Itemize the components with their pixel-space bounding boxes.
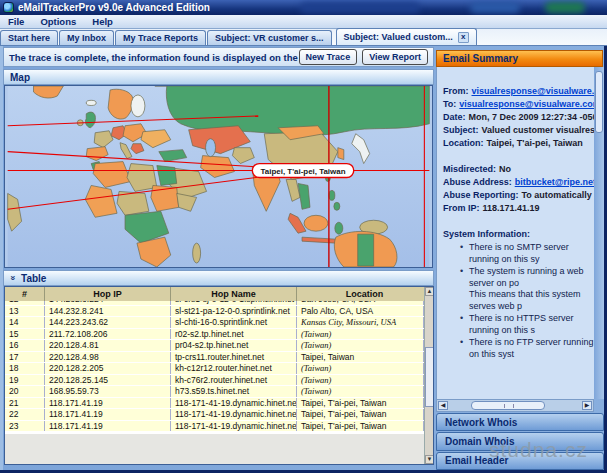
table-row[interactable]: 19 220.128.25.145 kh-c76r2.router.hinet.… [5,375,424,387]
email-field: Abuse Address:bitbucket@ripe.net [443,176,594,189]
field-value: visualresponse@visualware.com [459,99,594,109]
map-panel-header[interactable]: Map [3,69,434,85]
table-column-headers: #Hop IPHop NameLocation [5,287,433,302]
table-row[interactable]: 14 144.223.243.62 sl-chti-16-0.sprintlin… [5,317,424,329]
system-info-bullet: There is no FTP server running on this s… [443,337,594,360]
trace-status-bar: The trace is complete, the information f… [3,47,434,67]
table-scrollbar-thumb[interactable] [425,347,434,407]
cell-hop-name: tp-crs11.router.hinet.net [171,352,297,363]
tab-bar: Start here My Inbox My Trace Reports Sub… [0,29,607,46]
column-header[interactable]: Hop IP [45,287,171,301]
table-row[interactable]: 16 220.128.4.81 pr04-s2.tp.hinet.net (Ta… [5,340,424,352]
field-label: From: [443,86,469,96]
tab-close-icon[interactable]: x [458,32,469,43]
cell-hop-name: pr04-s2.tp.hinet.net [171,340,297,351]
tab[interactable]: Subject: Valued custom... x [336,28,477,45]
cell-hop-ip: 118.171.41.19 [45,409,171,420]
collapse-icon[interactable]: » [8,275,18,280]
scroll-down-icon[interactable]: ▼ [425,455,434,464]
cell-hop-number: 23 [5,421,45,432]
tab-label: My Inbox [67,33,106,43]
field-label: Abuse Reporting: [443,190,519,200]
cell-location: (Taiwan) [297,363,424,374]
field-label: To: [443,99,456,109]
system-info-bullet: The system is running a web server on po… [443,266,594,312]
cell-hop-ip: 220.128.4.98 [45,352,171,363]
scroll-left-icon[interactable]: ◀ [438,401,448,410]
tab-label: Subject: Valued custom... [344,32,453,42]
table-row[interactable]: 18 220.128.2.205 kh-c12r12.router.hinet.… [5,363,424,375]
background-window-blur [300,2,420,13]
cell-location: Taipei, T'ai-pei, Taiwan [297,421,424,432]
table-row[interactable]: 23 118.171.41.19 118-171-41-19.dynamic.h… [5,421,424,433]
tab-label: Start here [8,33,50,43]
table-vertical-scrollbar[interactable]: ▲ ▼ [424,287,433,464]
field-label: Abuse Address: [443,177,512,187]
column-header[interactable]: Hop Name [171,287,297,301]
tab[interactable]: Start here [0,30,58,45]
cell-location: Kansas City, Missouri, USA [297,317,424,328]
email-field: Date:Mon, 7 Dec 2009 12:27:34 -0500 [443,111,594,124]
table-row[interactable]: 13 144.232.8.241 sl-st21-pa-12-0-0.sprin… [5,306,424,318]
email-summary-horizontal-scrollbar[interactable]: ◀ ▶ [436,399,594,412]
table-row[interactable]: 20 168.95.59.73 h73.s59.ts.hinet.net (Ta… [5,386,424,398]
hop-table: #Hop IPHop NameLocation 12 144.232.3.224… [4,286,434,465]
cell-hop-number: 21 [5,398,45,409]
field-label: Misdirected: [443,164,496,174]
system-info-bullet: There is no SMTP server running on this … [443,242,594,265]
tab-label: Subject: VR customer s... [215,33,324,43]
email-field: Abuse Reporting:To automatically generat… [443,189,594,202]
system-information-title: System Information: [443,228,594,241]
world-map[interactable]: Taipei, T'ai-pei, Taiwan [4,85,433,268]
email-field: To:visualresponse@visualware.com [443,98,594,111]
menu-item[interactable]: Help [84,15,121,28]
column-header[interactable]: # [5,287,45,301]
cell-hop-ip: 144.223.243.62 [45,317,171,328]
table-row[interactable]: 21 118.171.41.19 118-171-41-19.dynamic.h… [5,398,424,410]
email-summary-body: From:visualresponse@visualware.com To:vi… [436,67,594,399]
cell-location: Taipei, T'ai-pei, Taiwan [297,398,424,409]
cell-hop-name: kh-c12r12.router.hinet.net [171,363,297,374]
menu-item[interactable]: File [0,15,32,28]
new-trace-button[interactable]: New Trace [299,49,358,65]
cell-hop-number: 13 [5,306,45,317]
window-left-edge [0,46,3,470]
table-row[interactable]: 17 220.128.4.98 tp-crs11.router.hinet.ne… [5,352,424,364]
field-label: From IP: [443,203,480,213]
tab[interactable]: Subject: VR customer s... [207,30,332,45]
table-row[interactable]: 22 118.171.41.19 118-171-41-19.dynamic.h… [5,409,424,421]
cell-hop-name: kh-c76r2.router.hinet.net [171,375,297,386]
map-panel-title: Map [10,72,30,83]
horizontal-scrollbar-thumb[interactable] [471,401,545,410]
column-header[interactable]: Location [297,287,433,301]
menu-bar: File Options Help [0,15,607,29]
email-summary-header[interactable]: Email Summary [436,50,603,67]
cell-location: Taipei, T'ai-pei, Taiwan [297,409,424,420]
email-fields-mid: Misdirected:No Abuse Address:bitbucket@r… [443,163,594,215]
tab[interactable]: My Trace Reports [115,30,206,45]
tab[interactable]: My Inbox [59,30,114,45]
cell-hop-number: 20 [5,386,45,397]
cell-hop-ip: 144.232.3.224 [45,301,171,305]
cell-hop-name: sl-st21-pa-12-0-0.sprintlink.net [171,306,297,317]
table-rows: 12 144.232.3.224 sl-crs1-sj-0-12-0-1.spr… [5,301,424,432]
field-value: To automatically generate an e [522,190,595,200]
scroll-right-icon[interactable]: ▶ [582,401,592,410]
scroll-up-icon[interactable]: ▲ [425,287,434,296]
view-report-button[interactable]: View Report [362,49,428,65]
email-summary-scrollbar-thumb[interactable] [595,71,603,133]
cell-hop-number: 19 [5,375,45,386]
cell-hop-ip: 168.95.59.73 [45,386,171,397]
cell-location: (Taiwan) [297,375,424,386]
menu-item[interactable]: Options [32,15,84,28]
table-row[interactable]: 15 211.72.108.206 r02-s2.tp.hinet.net (T… [5,329,424,341]
cell-hop-name: 118-171-41-19.dynamic.hinet.net [171,409,297,420]
system-info-bullet: There is no HTTPS server running on this… [443,313,594,336]
email-summary-vertical-scrollbar[interactable] [594,67,604,399]
background-window-blur [545,2,585,13]
collapsed-panel-header[interactable]: Network Whois [436,413,604,431]
cell-hop-name: sl-chti-16-0.sprintlink.net [171,317,297,328]
watermark: studna.cz [489,438,588,462]
email-fields-top: From:visualresponse@visualware.com To:vi… [443,85,594,150]
table-panel-header[interactable]: » Table [3,270,434,286]
